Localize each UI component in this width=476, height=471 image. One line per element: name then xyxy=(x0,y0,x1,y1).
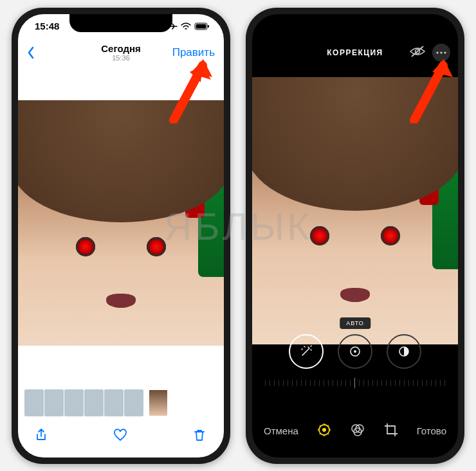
nav-subtitle: 15:36 xyxy=(112,54,130,62)
editor-bottom-bar: Отмена Готово xyxy=(252,411,458,458)
wand-icon xyxy=(299,344,313,359)
adjust-icon xyxy=(316,422,332,438)
nav-title: Сегодня xyxy=(101,43,141,54)
nav-bar: Сегодня 15:36 Править xyxy=(18,39,224,67)
svg-rect-1 xyxy=(196,24,206,28)
photo-placeholder xyxy=(18,100,224,346)
photo-viewport[interactable] xyxy=(18,100,224,346)
brilliance-dial[interactable] xyxy=(387,334,421,369)
svg-rect-2 xyxy=(208,25,209,28)
status-time: 15:48 xyxy=(35,21,59,31)
chevron-left-icon xyxy=(27,46,35,59)
done-button[interactable]: Готово xyxy=(417,425,446,436)
list-item[interactable] xyxy=(104,389,124,416)
svg-point-13 xyxy=(322,428,326,432)
filters-icon xyxy=(350,422,365,438)
editor-header: КОРРЕКЦИЯ xyxy=(252,39,458,67)
list-item[interactable] xyxy=(64,389,84,416)
crop-icon xyxy=(383,422,399,438)
photo-placeholder xyxy=(252,77,458,344)
delete-button[interactable] xyxy=(192,427,208,444)
tab-crop[interactable] xyxy=(383,422,399,440)
exposure-dial[interactable] xyxy=(338,334,372,369)
list-item[interactable] xyxy=(84,389,104,416)
thumbnail-strip[interactable] xyxy=(24,389,217,416)
tab-filters[interactable] xyxy=(350,422,365,440)
favorite-button[interactable] xyxy=(113,427,129,444)
photo-viewport[interactable] xyxy=(252,77,458,344)
svg-point-10 xyxy=(354,350,356,353)
contrast-icon xyxy=(397,344,411,359)
list-item[interactable] xyxy=(44,389,64,416)
editor-title: КОРРЕКЦИЯ xyxy=(252,48,458,57)
list-item[interactable] xyxy=(24,389,44,416)
auto-enhance-dial[interactable] xyxy=(289,334,324,369)
battery-icon xyxy=(194,22,210,30)
adjustment-dials xyxy=(252,334,458,369)
exposure-icon xyxy=(348,344,362,359)
list-item-selected[interactable] xyxy=(149,389,168,416)
tool-label: АВТО xyxy=(340,317,371,329)
notch xyxy=(304,14,407,32)
phone-left: 15:48 Сегодня 15:36 Править xyxy=(12,8,230,464)
status-icons xyxy=(167,22,210,31)
value-slider[interactable] xyxy=(265,375,445,391)
list-item[interactable] xyxy=(124,389,143,416)
tab-adjust[interactable] xyxy=(316,422,332,440)
share-button[interactable] xyxy=(33,427,50,444)
wifi-icon xyxy=(181,22,191,30)
edit-button[interactable]: Править xyxy=(172,46,215,59)
phone-right: КОРРЕКЦИЯ АВТО xyxy=(246,8,464,464)
back-button[interactable] xyxy=(27,46,35,59)
notch xyxy=(69,14,172,32)
bottom-toolbar xyxy=(18,420,224,458)
cancel-button[interactable]: Отмена xyxy=(264,425,298,436)
